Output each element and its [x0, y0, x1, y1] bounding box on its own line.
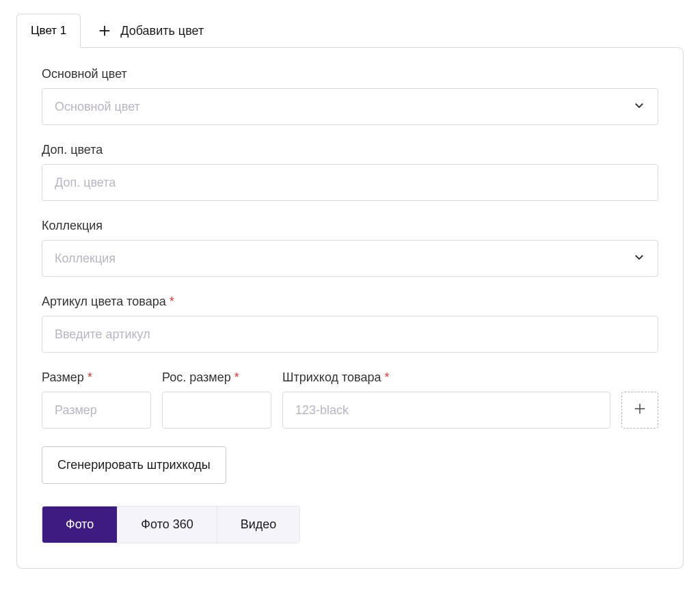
main-color-label: Основной цвет: [42, 67, 658, 81]
chevron-down-icon: [633, 99, 645, 115]
extra-colors-field: Доп. цвета: [42, 143, 658, 201]
article-field: Артикул цвета товара: [42, 295, 658, 353]
size-barcode-row: Размер Рос. размер Штрихкод товара: [42, 370, 658, 429]
barcode-field: Штрихкод товара: [282, 370, 610, 429]
article-label: Артикул цвета товара: [42, 295, 658, 309]
media-tabs: Фото Фото 360 Видео: [42, 506, 300, 543]
chevron-down-icon: [633, 251, 645, 267]
main-color-field: Основной цвет Основной цвет: [42, 67, 658, 125]
media-tab-photo360[interactable]: Фото 360: [118, 506, 217, 543]
barcode-label: Штрихкод товара: [282, 370, 610, 385]
size-label: Размер: [42, 370, 151, 385]
plus-icon: [632, 401, 647, 419]
ru-size-label: Рос. размер: [162, 370, 271, 385]
plus-icon: [97, 23, 112, 38]
generate-barcodes-label: Сгенерировать штрихкоды: [57, 458, 211, 472]
size-field: Размер: [42, 370, 151, 429]
add-row-button[interactable]: [621, 392, 658, 429]
add-color-label: Добавить цвет: [120, 24, 204, 38]
media-tab-video[interactable]: Видео: [217, 506, 300, 543]
collection-field: Коллекция Коллекция: [42, 219, 658, 277]
collection-select[interactable]: Коллекция: [42, 240, 658, 277]
media-tab-photo360-label: Фото 360: [141, 517, 193, 531]
barcode-input[interactable]: [282, 392, 610, 429]
collection-placeholder: Коллекция: [55, 252, 116, 266]
media-tab-photo-label: Фото: [66, 517, 94, 531]
extra-colors-input[interactable]: [42, 164, 658, 201]
generate-barcodes-button[interactable]: Сгенерировать штрихкоды: [42, 446, 226, 484]
media-tab-video-label: Видео: [241, 517, 277, 531]
size-input[interactable]: [42, 392, 151, 429]
ru-size-input[interactable]: [162, 392, 271, 429]
article-input[interactable]: [42, 316, 658, 353]
extra-colors-label: Доп. цвета: [42, 143, 658, 157]
collection-label: Коллекция: [42, 219, 658, 233]
color-tab[interactable]: Цвет 1: [16, 14, 81, 48]
main-color-select[interactable]: Основной цвет: [42, 88, 658, 125]
main-color-placeholder: Основной цвет: [55, 100, 140, 114]
color-tab-label: Цвет 1: [31, 24, 66, 37]
color-panel: Основной цвет Основной цвет Доп. цвета К…: [16, 47, 684, 569]
add-color-button[interactable]: Добавить цвет: [97, 23, 204, 38]
tabs-row: Цвет 1 Добавить цвет: [16, 14, 684, 48]
ru-size-field: Рос. размер: [162, 370, 271, 429]
media-tab-photo[interactable]: Фото: [42, 506, 118, 543]
